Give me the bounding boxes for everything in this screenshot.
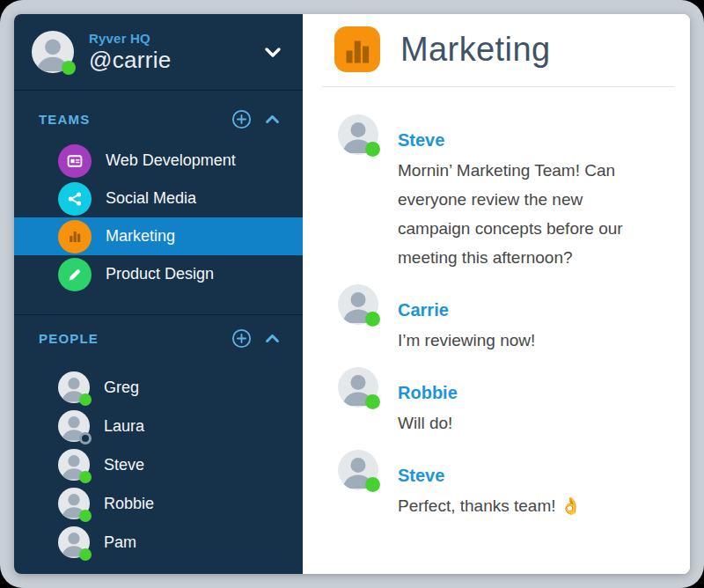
avatar-steve[interactable] [338,114,378,155]
collapse-teams-icon[interactable] [265,114,280,124]
status-dot-online [365,477,380,492]
account-info: Ryver HQ @carrie [89,31,249,74]
message-text: I’m reviewing now! [398,326,535,355]
status-dot-online [79,471,92,483]
message-body: Robbie Will do! [398,367,458,437]
bar-chart-icon [58,220,92,254]
avatar-robbie[interactable] [338,367,378,408]
account-header[interactable]: Ryver HQ @carrie [14,14,303,91]
chevron-down-icon[interactable] [264,47,282,58]
people-item-pam[interactable]: Pam [14,523,303,562]
message-body: Steve Perfect, thanks team! 👌 [398,450,582,520]
avatar-carrie[interactable] [338,284,378,325]
sidebar-item-marketing[interactable]: Marketing [14,217,303,255]
message-list: Steve Mornin’ Marketing Team! Can everyo… [303,87,690,529]
message: Robbie Will do! [338,367,672,437]
channel-pane: Marketing Steve Mornin’ Marketing Team! … [303,14,690,574]
people-item-label: Greg [104,379,139,397]
people-item-label: Laura [104,417,144,436]
org-name: Ryver HQ [89,31,249,46]
people-section: PEOPLE [14,314,303,574]
people-section-label: PEOPLE [39,331,218,346]
avatar-pam [58,526,90,558]
pencil-icon [58,258,92,291]
app-window: Ryver HQ @carrie TEAMS [14,14,690,574]
collapse-people-icon[interactable] [265,334,280,343]
marketing-bar-chart-icon [334,26,380,72]
avatar-laura [58,410,90,442]
channel-header: Marketing [303,14,690,72]
status-dot-online [62,61,76,75]
people-section-header: PEOPLE [14,322,303,354]
status-dot-online [79,393,92,406]
add-team-icon[interactable] [231,109,252,129]
people-item-label: Pam [104,533,136,552]
status-dot-online [365,142,380,157]
message-body: Steve Mornin’ Marketing Team! Can everyo… [398,114,623,272]
add-person-icon[interactable] [231,328,252,349]
status-dot-online [365,394,380,409]
message-text: Mornin’ Marketing Team! Can everyone rev… [398,156,623,272]
people-item-label: Steve [104,456,144,474]
avatar-steve[interactable] [338,450,378,490]
message: Carrie I’m reviewing now! [338,284,672,355]
teams-section-header: TEAMS [14,103,303,135]
sidebar-item-product-design[interactable]: Product Design [14,255,303,293]
message-author[interactable]: Robbie [398,381,458,404]
people-item-steve[interactable]: Steve [14,445,303,484]
status-dot-offline [79,432,92,445]
status-dot-online [79,548,92,561]
message-author[interactable]: Steve [398,464,582,487]
message-text: Perfect, thanks team! 👌 [398,491,582,520]
sidebar-item-social-media[interactable]: Social Media [14,180,303,217]
people-item-laura[interactable]: Laura [14,407,303,445]
sidebar-item-label: Product Design [106,265,214,283]
username: @carrie [89,47,249,74]
people-item-robbie[interactable]: Robbie [14,484,303,523]
message: Steve Perfect, thanks team! 👌 [338,450,672,520]
status-dot-online [365,312,380,327]
sidebar-item-label: Social Media [106,189,196,208]
sidebar: Ryver HQ @carrie TEAMS [14,14,303,574]
message: Steve Mornin’ Marketing Team! Can everyo… [338,114,672,272]
sidebar-item-label: Marketing [106,227,175,246]
avatar-greg [58,371,90,403]
avatar-carrie[interactable] [32,31,74,73]
channel-title: Marketing [400,31,550,69]
message-text: Will do! [398,408,458,437]
people-item-label: Robbie [104,495,154,513]
people-item-greg[interactable]: Greg [14,368,303,407]
teams-section-label: TEAMS [39,112,218,127]
sidebar-item-web-development[interactable]: Web Development [14,142,303,180]
status-dot-online [79,510,92,522]
sidebar-item-label: Web Development [106,151,236,170]
message-body: Carrie I’m reviewing now! [398,284,535,355]
share-icon [58,182,92,216]
avatar-robbie [58,488,90,519]
teams-section: TEAMS [14,91,303,314]
page-background: Ryver HQ @carrie TEAMS [0,0,704,588]
message-author[interactable]: Steve [398,129,623,151]
avatar-steve [58,449,90,481]
browser-window-icon [58,144,92,178]
message-author[interactable]: Carrie [398,298,535,321]
